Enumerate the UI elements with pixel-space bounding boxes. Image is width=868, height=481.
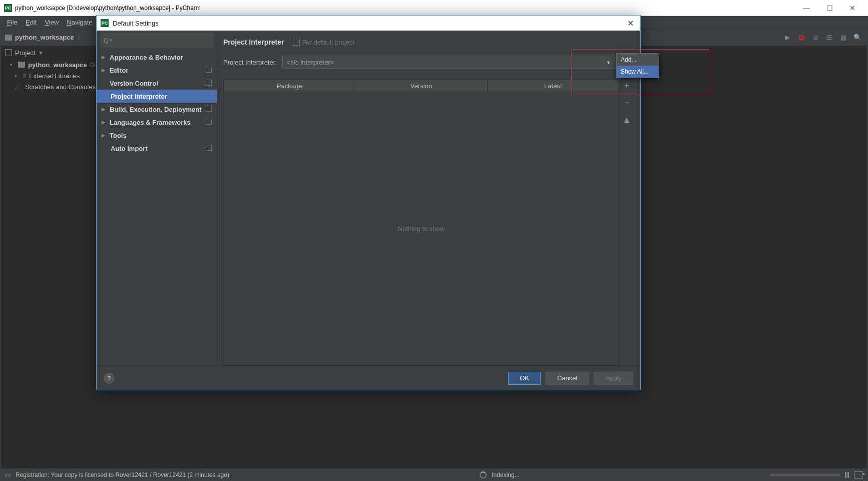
project-tree: ▾ python_worksapce D:\ ▸ ⫴ External Libr… xyxy=(1,59,106,92)
ok-button[interactable]: OK xyxy=(508,372,541,385)
chevron-right-icon: 〉 xyxy=(77,33,84,42)
copy-icon xyxy=(206,145,212,151)
content-hint: For default project xyxy=(302,39,354,46)
dialog-footer: ? OK Cancel Apply xyxy=(97,366,640,390)
breadcrumb-label: python_worksapce xyxy=(15,34,74,41)
copy-icon xyxy=(206,93,212,99)
project-tool-header[interactable]: Project ▼ xyxy=(1,46,94,59)
settings-tools[interactable]: ▶Tools xyxy=(97,129,217,142)
window-title: python_worksapce [D:\develop\python\pyth… xyxy=(15,5,795,12)
copy-icon xyxy=(206,106,212,112)
pycharm-icon: PC xyxy=(101,19,109,27)
interpreter-gear-menu: Add... Show All... xyxy=(616,53,659,78)
interpreter-select[interactable]: <No interpreter> ▼ xyxy=(282,56,616,69)
pause-button[interactable] xyxy=(845,472,849,478)
dialog-titlebar: PC Default Settings ✕ xyxy=(97,16,640,31)
library-icon: ⫴ xyxy=(23,72,26,80)
menu-view[interactable]: View xyxy=(41,17,63,28)
spinner-icon xyxy=(480,471,487,478)
debug-icon[interactable]: 🐞 xyxy=(796,32,807,43)
project-tool-icon xyxy=(5,49,12,56)
chevron-down-icon[interactable]: ▼ xyxy=(38,50,43,56)
progress-track xyxy=(770,473,840,476)
breadcrumb[interactable]: python_worksapce 〉 xyxy=(5,33,84,42)
chevron-right-icon: ▶ xyxy=(101,68,106,73)
chevron-down-icon: ▾ xyxy=(110,38,112,43)
memory-indicator-icon[interactable] xyxy=(854,471,863,478)
pycharm-icon: PC xyxy=(4,4,12,12)
settings-search[interactable]: Q▾ xyxy=(100,33,214,48)
settings-project-interpreter[interactable]: Project Interpreter xyxy=(97,90,217,103)
scratches-consoles[interactable]: ☄ Scratches and Consoles xyxy=(1,81,106,92)
minimize-button[interactable]: — xyxy=(795,0,818,16)
settings-appearance[interactable]: ▶Appearance & Behavior xyxy=(97,51,217,64)
scratch-icon: ☄ xyxy=(15,83,22,91)
dialog-title: Default Settings xyxy=(113,20,624,27)
chevron-right-icon: ▸ xyxy=(15,73,20,78)
close-button[interactable]: ✕ xyxy=(841,0,864,16)
statusbar-text-icon[interactable]: ▭ xyxy=(5,471,11,478)
status-registration: Registration: Your copy is licensed to R… xyxy=(16,471,229,478)
gear-menu-add[interactable]: Add... xyxy=(617,54,659,66)
col-package[interactable]: Package xyxy=(224,80,355,92)
layout2-icon[interactable]: ▤ xyxy=(838,32,849,43)
upgrade-package-button[interactable]: ▲ xyxy=(622,115,632,125)
project-tool-label: Project xyxy=(15,49,35,57)
packages-side-toolbar: + − ▲ xyxy=(619,80,634,366)
chevron-right-icon: ▶ xyxy=(101,107,106,112)
col-latest[interactable]: Latest xyxy=(488,80,619,92)
interpreter-label: Project Interpreter: xyxy=(223,59,277,66)
run-icon[interactable]: ▶ xyxy=(782,32,793,43)
project-root-label: python_worksapce xyxy=(28,61,87,69)
project-root[interactable]: ▾ python_worksapce D:\ xyxy=(1,59,106,70)
window-titlebar: PC python_worksapce [D:\develop\python\p… xyxy=(0,0,868,16)
folder-icon xyxy=(5,35,12,41)
interpreter-value: <No interpreter> xyxy=(287,59,334,66)
packages-empty: Nothing to show xyxy=(224,92,619,365)
settings-languages[interactable]: ▶Languages & Frameworks xyxy=(97,116,217,129)
col-version[interactable]: Version xyxy=(355,80,487,92)
external-libraries[interactable]: ▸ ⫴ External Libraries xyxy=(1,70,106,81)
settings-auto-import[interactable]: Auto Import xyxy=(97,142,217,155)
menu-edit[interactable]: Edit xyxy=(22,17,41,28)
gear-menu-show-all[interactable]: Show All... xyxy=(617,66,659,78)
chevron-right-icon: ▶ xyxy=(101,133,106,138)
copy-icon xyxy=(206,67,212,73)
chevron-right-icon: ▶ xyxy=(101,55,106,60)
reset-icon[interactable] xyxy=(293,39,300,46)
settings-build[interactable]: ▶Build, Execution, Deployment xyxy=(97,103,217,116)
menu-navigate[interactable]: Navigate xyxy=(63,17,96,28)
copy-icon xyxy=(206,80,212,86)
chevron-down-icon: ▾ xyxy=(10,62,15,67)
settings-content: Project Interpreter For default project … xyxy=(217,31,640,366)
remove-package-button[interactable]: − xyxy=(622,98,632,108)
menu-file[interactable]: File xyxy=(3,17,22,28)
stop-icon[interactable]: ⊘ xyxy=(810,32,821,43)
chevron-right-icon: ▶ xyxy=(101,120,106,125)
external-libraries-label: External Libraries xyxy=(29,72,80,80)
folder-icon xyxy=(18,62,25,68)
chevron-down-icon[interactable]: ▼ xyxy=(603,56,614,69)
packages-table: Package Version Latest Nothing to show xyxy=(223,80,619,366)
settings-editor[interactable]: ▶Editor xyxy=(97,64,217,77)
dialog-close-button[interactable]: ✕ xyxy=(624,17,636,29)
status-indexing: Indexing... xyxy=(492,471,519,478)
window-controls: — ☐ ✕ xyxy=(795,0,864,16)
status-bar: ▭ Registration: Your copy is licensed to… xyxy=(0,468,868,481)
settings-sidebar: Q▾ ▶Appearance & Behavior ▶Editor Versio… xyxy=(97,31,217,366)
maximize-button[interactable]: ☐ xyxy=(818,0,841,16)
content-title: Project Interpreter xyxy=(223,38,284,46)
scratches-label: Scratches and Consoles xyxy=(25,83,96,91)
help-button[interactable]: ? xyxy=(104,373,115,384)
settings-vcs[interactable]: Version Control xyxy=(97,77,217,90)
default-settings-dialog: PC Default Settings ✕ Q▾ ▶Appearance & B… xyxy=(96,15,641,390)
apply-button[interactable]: Apply xyxy=(594,372,633,385)
search-icon: Q xyxy=(104,37,109,44)
cancel-button[interactable]: Cancel xyxy=(546,372,589,385)
search-everywhere-icon[interactable]: 🔍 xyxy=(852,32,863,43)
layout-icon[interactable]: ☰ xyxy=(824,32,835,43)
add-package-button[interactable]: + xyxy=(622,81,632,91)
copy-icon xyxy=(206,119,212,125)
